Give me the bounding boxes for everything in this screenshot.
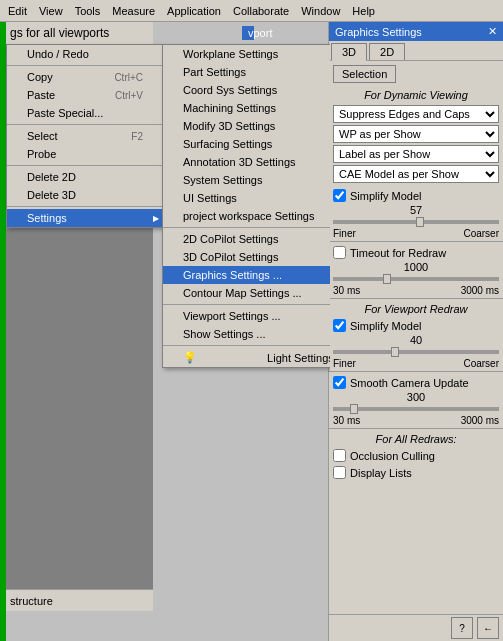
timeout-redraw-checkbox[interactable]: [333, 246, 346, 259]
simplify-model-1-thumb[interactable]: [416, 217, 424, 227]
smooth-camera-bar[interactable]: [333, 407, 499, 411]
submenu-surfacing[interactable]: Surfacing Settings: [163, 135, 330, 153]
menu-window[interactable]: Window: [295, 3, 346, 19]
submenu-part[interactable]: Part Settings: [163, 63, 330, 81]
divider-1: [329, 241, 503, 242]
smooth-camera-label: Smooth Camera Update: [350, 377, 469, 389]
menu-settings[interactable]: Settings ▶: [7, 209, 163, 227]
smooth-camera-checkbox[interactable]: [333, 376, 346, 389]
menu-help[interactable]: Help: [346, 3, 381, 19]
submenu-annotation3d[interactable]: Annotation 3D Settings: [163, 153, 330, 171]
panel-tabs: 3D 2D: [329, 41, 503, 61]
simplify-model-2-checkbox[interactable]: [333, 319, 346, 332]
menu-paste[interactable]: Paste Ctrl+V: [7, 86, 163, 104]
submenu-ui[interactable]: UI Settings: [163, 189, 330, 207]
tab-2d[interactable]: 2D: [369, 43, 405, 60]
status-bar: structure: [6, 589, 153, 611]
panel-titlebar: Graphics Settings ✕: [329, 22, 503, 41]
occlusion-culling-label: Occlusion Culling: [350, 450, 435, 462]
menu-probe[interactable]: Probe: [7, 145, 163, 163]
simplify-model-2-slider-section: 40 Finer Coarser: [329, 334, 503, 369]
menu-delete-3d[interactable]: Delete 3D: [7, 186, 163, 204]
copy-shortcut: Ctrl+C: [114, 72, 143, 83]
dropdown-edges[interactable]: Suppress Edges and Caps: [333, 105, 499, 123]
occlusion-culling-checkbox[interactable]: [333, 449, 346, 462]
divider-4: [329, 428, 503, 429]
display-lists-checkbox[interactable]: [333, 466, 346, 479]
settings-submenu: Workplane Settings Part Settings Coord S…: [162, 44, 330, 368]
panel-bottom: ? ←: [329, 614, 503, 641]
display-lists-row: Display Lists: [329, 464, 503, 481]
separator-3: [7, 165, 163, 166]
simplify-model-1-value: 57: [333, 204, 499, 216]
smooth-camera-thumb[interactable]: [350, 404, 358, 414]
submenu-modify3d[interactable]: Modify 3D Settings: [163, 117, 330, 135]
simplify-model-1-bar[interactable]: [333, 220, 499, 224]
help-icon-btn[interactable]: ?: [451, 617, 473, 639]
dropdown-wp[interactable]: WP as per Show: [333, 125, 499, 143]
submenu-project[interactable]: project workspace Settings: [163, 207, 330, 225]
menubar: Edit View Tools Measure Application Coll…: [0, 0, 503, 22]
simplify-model-2-label: Simplify Model: [350, 320, 422, 332]
panel-title: Graphics Settings: [335, 26, 422, 38]
submenu-contour[interactable]: Contour Map Settings ...: [163, 284, 330, 302]
simplify-model-1-row: Simplify Model: [329, 187, 503, 204]
submenu-sep-2: [163, 304, 330, 305]
separator-4: [7, 206, 163, 207]
context-menu: Undo / Redo Copy Ctrl+C Paste Ctrl+V Pas…: [6, 44, 164, 228]
menu-copy[interactable]: Copy Ctrl+C: [7, 68, 163, 86]
graphics-settings-panel: Graphics Settings ✕ 3D 2D Selection For …: [328, 22, 503, 641]
dropdown-label[interactable]: Label as per Show: [333, 145, 499, 163]
smooth-camera-value: 300: [333, 391, 499, 403]
panel-content: Selection For Dynamic Viewing Suppress E…: [329, 61, 503, 620]
selection-section: Selection: [329, 61, 503, 87]
simplify-model-2-bar[interactable]: [333, 350, 499, 354]
menu-paste-special[interactable]: Paste Special...: [7, 104, 163, 122]
submenu-coord[interactable]: Coord Sys Settings: [163, 81, 330, 99]
occlusion-culling-row: Occlusion Culling: [329, 447, 503, 464]
smooth-camera-labels: 30 ms 3000 ms: [333, 415, 499, 426]
back-icon-btn[interactable]: ←: [477, 617, 499, 639]
divider-2: [329, 298, 503, 299]
simplify-model-1-checkbox[interactable]: [333, 189, 346, 202]
menu-collaborate[interactable]: Collaborate: [227, 3, 295, 19]
timeout-bar[interactable]: [333, 277, 499, 281]
timeout-labels: 30 ms 3000 ms: [333, 285, 499, 296]
menu-view[interactable]: View: [33, 3, 69, 19]
submenu-viewport[interactable]: Viewport Settings ...: [163, 307, 330, 325]
submenu-machining[interactable]: Machining Settings: [163, 99, 330, 117]
submenu-show[interactable]: Show Settings ...: [163, 325, 330, 343]
selection-button[interactable]: Selection: [333, 65, 396, 83]
timeout-slider-section: 1000 30 ms 3000 ms: [329, 261, 503, 296]
timeout-redraw-label: Timeout for Redraw: [350, 247, 446, 259]
simplify-model-2-thumb[interactable]: [391, 347, 399, 357]
dropdowns-section: Suppress Edges and Caps WP as per Show L…: [329, 103, 503, 187]
dynamic-viewing-header: For Dynamic Viewing: [329, 87, 503, 103]
dropdown-cae[interactable]: CAE Model as per Show: [333, 165, 499, 183]
menu-application[interactable]: Application: [161, 3, 227, 19]
separator-1: [7, 65, 163, 66]
paste-shortcut: Ctrl+V: [115, 90, 143, 101]
submenu-system[interactable]: System Settings: [163, 171, 330, 189]
menu-measure[interactable]: Measure: [106, 3, 161, 19]
submenu-3d-copilot[interactable]: 3D CoPilot Settings: [163, 248, 330, 266]
submenu-light[interactable]: 💡 Light Settings ...: [163, 348, 330, 367]
timeout-thumb[interactable]: [383, 274, 391, 284]
timeout-redraw-row: Timeout for Redraw: [329, 244, 503, 261]
menu-tools[interactable]: Tools: [69, 3, 107, 19]
menu-delete-2d[interactable]: Delete 2D: [7, 168, 163, 186]
tab-3d[interactable]: 3D: [331, 43, 367, 61]
submenu-workplane[interactable]: Workplane Settings: [163, 45, 330, 63]
simplify-model-1-labels: Finer Coarser: [333, 228, 499, 239]
viewport-header: gs for all viewports: [6, 22, 153, 44]
submenu-graphics[interactable]: Graphics Settings ...: [163, 266, 330, 284]
simplify-model-2-row: Simplify Model: [329, 317, 503, 334]
simplify-model-2-value: 40: [333, 334, 499, 346]
menu-select[interactable]: Select F2: [7, 127, 163, 145]
settings-arrow: ▶: [153, 214, 159, 223]
panel-close-btn[interactable]: ✕: [488, 25, 497, 38]
menu-undo-redo[interactable]: Undo / Redo: [7, 45, 163, 63]
smooth-camera-slider-section: 300 30 ms 3000 ms: [329, 391, 503, 426]
submenu-2d-copilot[interactable]: 2D CoPilot Settings: [163, 230, 330, 248]
menu-edit[interactable]: Edit: [2, 3, 33, 19]
